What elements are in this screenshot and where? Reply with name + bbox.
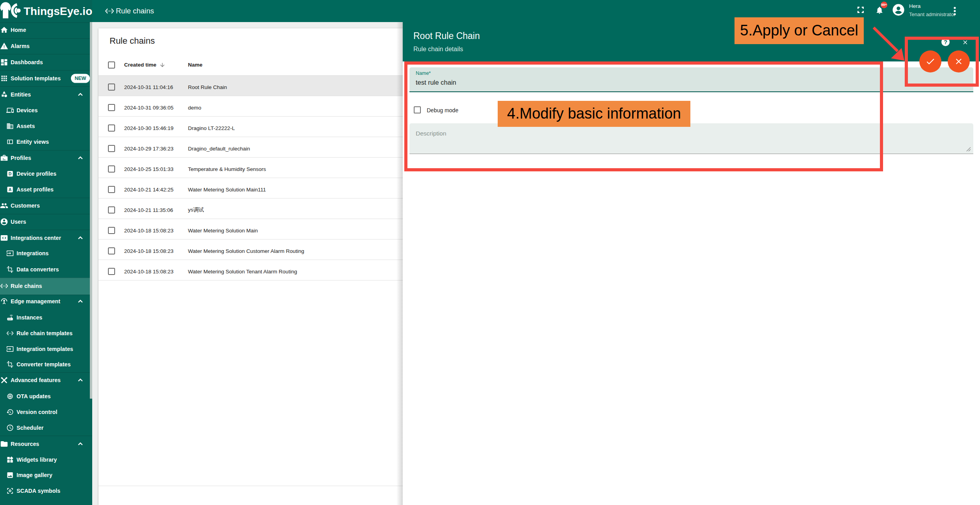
svg-text:ThingsEye.io: ThingsEye.io — [24, 5, 92, 17]
svg-text:A: A — [9, 188, 12, 192]
svg-text:D: D — [9, 171, 11, 176]
